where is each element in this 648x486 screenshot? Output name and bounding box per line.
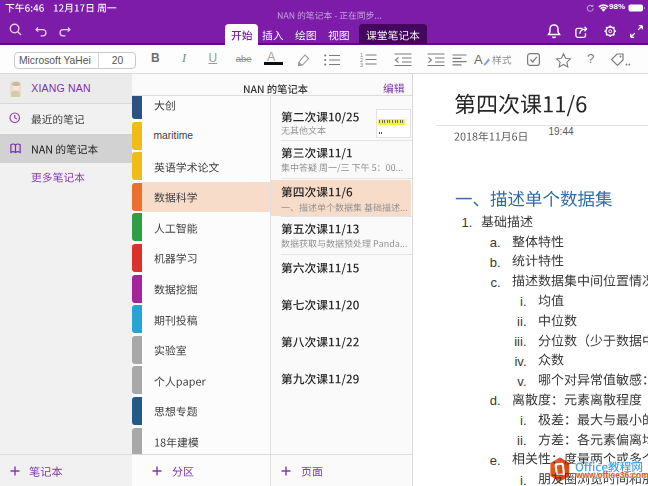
svg-text:3: 3 — [360, 62, 363, 68]
svg-text:A: A — [474, 52, 483, 67]
